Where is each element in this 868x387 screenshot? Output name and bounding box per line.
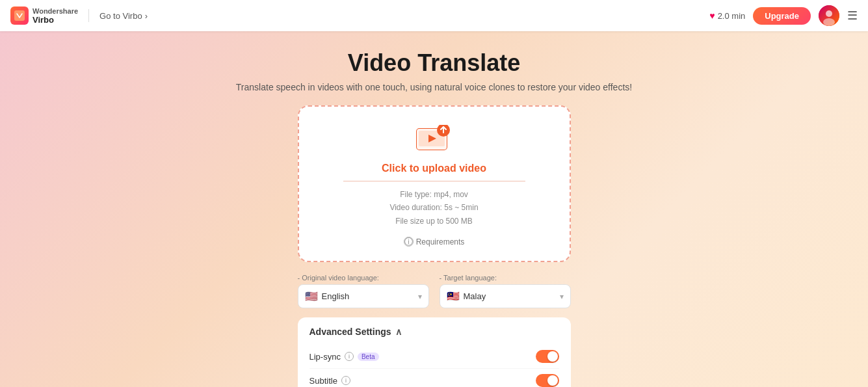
- lip-sync-toggle[interactable]: [536, 350, 559, 363]
- subtitle-info-icon[interactable]: i: [341, 376, 350, 385]
- advanced-settings-label: Advanced Settings: [309, 327, 391, 337]
- advanced-chevron-icon: ∧: [395, 327, 402, 337]
- language-selectors: - Original video language: 🇺🇸 English ▾ …: [298, 274, 571, 308]
- lip-sync-label: Lip-sync i Beta: [309, 352, 379, 362]
- header-left: Wondershare Virbo Go to Virbo ›: [10, 7, 148, 25]
- original-language-select[interactable]: 🇺🇸 English ▾: [298, 284, 429, 308]
- original-flag: 🇺🇸: [305, 290, 318, 302]
- time-label: 2.0 min: [718, 11, 746, 21]
- svg-rect-0: [14, 10, 25, 21]
- heart-icon: ♥: [709, 10, 715, 21]
- header-divider: [88, 9, 89, 22]
- page-title: Video Translate: [348, 49, 520, 77]
- time-badge: ♥ 2.0 min: [709, 10, 745, 21]
- info-circle-icon: ⓘ: [404, 237, 414, 247]
- upgrade-button[interactable]: Upgrade: [753, 7, 811, 25]
- target-language-label: - Target language:: [440, 274, 571, 282]
- subtitle-row: Subtitle i: [309, 369, 559, 387]
- subtitle-label: Subtitle i: [309, 376, 350, 386]
- requirements-link[interactable]: ⓘ Requirements: [404, 237, 465, 247]
- svg-point-3: [823, 18, 835, 26]
- upload-click-text[interactable]: Click to upload video: [382, 163, 486, 174]
- page-subtitle: Translate speech in videos with one touc…: [236, 82, 632, 92]
- logo-area: Wondershare Virbo: [10, 7, 78, 25]
- target-flag: 🇲🇾: [447, 290, 460, 302]
- logo-text: Wondershare Virbo: [33, 7, 78, 25]
- target-language-value: 🇲🇾 Malay: [447, 290, 486, 302]
- target-chevron-icon: ▾: [560, 292, 564, 301]
- virbo-logo-icon: [10, 7, 29, 25]
- requirements-label: Requirements: [416, 237, 465, 247]
- target-language-select[interactable]: 🇲🇾 Malay ▾: [440, 284, 571, 308]
- user-avatar[interactable]: [819, 5, 839, 26]
- subtitle-toggle[interactable]: [536, 374, 559, 387]
- advanced-settings: Advanced Settings ∧ Lip-sync i Beta Subt…: [298, 317, 571, 387]
- svg-point-2: [826, 10, 832, 17]
- upload-info: File type: mp4, mov Video duration: 5s ~…: [389, 188, 478, 228]
- advanced-settings-header[interactable]: Advanced Settings ∧: [309, 327, 559, 337]
- upload-icon: [416, 125, 453, 156]
- lip-sync-row: Lip-sync i Beta: [309, 345, 559, 369]
- original-language-value: 🇺🇸 English: [305, 290, 350, 302]
- upload-box[interactable]: Click to upload video File type: mp4, mo…: [298, 105, 571, 262]
- target-language-group: - Target language: 🇲🇾 Malay ▾: [440, 274, 571, 308]
- header-right: ♥ 2.0 min Upgrade ☰: [709, 5, 858, 26]
- go-to-virbo-link[interactable]: Go to Virbo ›: [99, 11, 148, 21]
- upload-divider: [343, 181, 525, 181]
- header: Wondershare Virbo Go to Virbo › ♥ 2.0 mi…: [0, 0, 868, 31]
- lip-sync-beta-badge: Beta: [358, 353, 379, 361]
- main-content: Video Translate Translate speech in vide…: [0, 0, 868, 387]
- chevron-right-icon: ›: [145, 11, 148, 21]
- original-chevron-icon: ▾: [418, 292, 422, 301]
- lip-sync-info-icon[interactable]: i: [345, 352, 354, 361]
- original-language-group: - Original video language: 🇺🇸 English ▾: [298, 274, 429, 308]
- original-language-label: - Original video language:: [298, 274, 429, 282]
- menu-icon[interactable]: ☰: [847, 8, 858, 23]
